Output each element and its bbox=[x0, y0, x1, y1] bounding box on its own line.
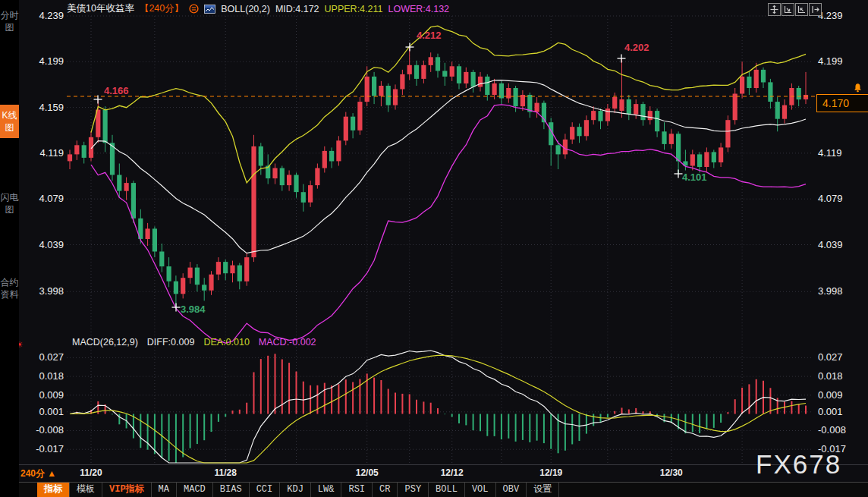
macd-tick-label: 0.018 bbox=[818, 370, 843, 382]
indicator-toolbar: 指标模板VIP指标MAMACDBIASCCIKDJLW&RSICRPSYBOLL… bbox=[19, 482, 868, 497]
price-tick-label: 3.998 bbox=[26, 285, 64, 297]
stream-menu-icon[interactable] bbox=[189, 4, 199, 14]
price-annotation: 4.101 bbox=[682, 171, 707, 183]
macd-legend: MACD(26,12,9) DIFF:0.009 DEA:0.010 MACD:… bbox=[72, 337, 316, 348]
macd-tick-label: -0.017 bbox=[26, 443, 64, 455]
toolbar-button-7[interactable]: CCI bbox=[250, 483, 281, 497]
price-tick-label: 4.039 bbox=[818, 239, 843, 250]
chart-canvas[interactable] bbox=[0, 0, 868, 497]
chart-header: 美债10年收益率 【240分】 BOLL(20,2) MID:4.172 UPP… bbox=[67, 2, 449, 15]
y-scale-icon[interactable] bbox=[795, 3, 808, 16]
date-tick-label: 11/20 bbox=[80, 467, 102, 478]
toolbar-button-1[interactable]: 指标 bbox=[37, 483, 70, 497]
price-annotation: 4.212 bbox=[417, 30, 442, 41]
toolbar-button-14[interactable]: VOL bbox=[465, 483, 496, 497]
current-price-box: 4.170 bbox=[816, 94, 868, 112]
macd-dea-value: DEA:0.010 bbox=[203, 337, 249, 348]
macd-tick-label: 0.001 bbox=[818, 406, 843, 417]
trading-chart-app: 分时图K线图闪电图合约资料 美债10年收益率 【240分】 BOLL(20,2)… bbox=[0, 0, 868, 497]
macd-hist-value: MACD:-0.002 bbox=[259, 337, 316, 348]
toolbar-button-4[interactable]: MA bbox=[152, 483, 177, 497]
toolbar-button-10[interactable]: RSI bbox=[341, 483, 373, 497]
toolbar-button-5[interactable]: MACD bbox=[177, 483, 213, 497]
date-tick-label: 12/30 bbox=[660, 467, 683, 478]
date-tick-label: 12/12 bbox=[441, 467, 464, 478]
toolbar-button-6[interactable]: BIAS bbox=[213, 483, 250, 497]
macd-tick-label: 0.018 bbox=[26, 370, 64, 382]
price-tick-label: 4.239 bbox=[26, 10, 64, 21]
macd-tick-label: 0.027 bbox=[818, 351, 843, 363]
price-alert-bell-icon[interactable] bbox=[853, 82, 863, 96]
macd-tick-label: 0.009 bbox=[26, 389, 64, 401]
sidebar-tab-4[interactable]: 合约资料 bbox=[0, 272, 19, 305]
macd-tick-label: -0.008 bbox=[26, 424, 64, 436]
price-tick-label: 4.159 bbox=[26, 102, 64, 113]
toolbar-button-2[interactable]: 模板 bbox=[70, 483, 102, 497]
toolbar-button-13[interactable]: BOLL bbox=[429, 483, 465, 497]
boll-params-label: BOLL(20,2) bbox=[221, 4, 270, 14]
macd-tick-label: -0.008 bbox=[818, 424, 846, 436]
toolbar-button-9[interactable]: LW& bbox=[311, 483, 342, 497]
price-annotation: 3.984 bbox=[181, 304, 206, 315]
instrument-title: 美债10年收益率 bbox=[67, 2, 134, 15]
macd-diff-value: DIFF:0.009 bbox=[147, 337, 195, 348]
price-tick-label: 4.079 bbox=[26, 193, 64, 204]
sidebar-tab-2[interactable]: K线图 bbox=[0, 105, 19, 138]
timeframe-selector[interactable]: 240分 ▲ bbox=[20, 467, 56, 480]
pan-icon[interactable] bbox=[768, 3, 781, 16]
date-tick-label: 12/19 bbox=[539, 467, 562, 478]
boll-mid-value: MID:4.172 bbox=[275, 4, 319, 14]
toolbar-button-8[interactable]: KDJ bbox=[280, 483, 311, 497]
date-tick-label: 12/05 bbox=[356, 467, 379, 478]
price-tick-label: 4.079 bbox=[818, 193, 843, 204]
macd-tick-label: 0.027 bbox=[26, 351, 64, 363]
price-tick-label: 4.039 bbox=[26, 239, 64, 250]
toolbar-button-16[interactable]: 设置 bbox=[527, 483, 559, 497]
price-tick-label: 4.199 bbox=[818, 55, 843, 67]
x-scale-icon[interactable] bbox=[782, 3, 794, 16]
sidebar-tab-3[interactable]: 闪电图 bbox=[0, 187, 19, 220]
price-annotation: 4.202 bbox=[624, 42, 649, 53]
macd-tick-label: 0.009 bbox=[818, 389, 843, 401]
timeframe-badge[interactable]: 【240分】 bbox=[140, 2, 184, 15]
price-tick-label: 3.998 bbox=[818, 285, 843, 297]
go-to-latest-icon[interactable] bbox=[809, 3, 822, 16]
toolbar-button-3[interactable]: VIP指标 bbox=[102, 483, 152, 497]
sidebar-tab-1[interactable]: 分时图 bbox=[0, 5, 19, 38]
price-annotation: 4.166 bbox=[104, 85, 129, 96]
macd-params-label: MACD(26,12,9) bbox=[72, 337, 138, 348]
x-axis-divider bbox=[0, 464, 868, 465]
price-tick-label: 4.199 bbox=[26, 55, 64, 67]
price-tick-label: 4.119 bbox=[26, 147, 64, 159]
boll-lower-value: LOWER:4.132 bbox=[388, 4, 449, 14]
mini-chart-icon[interactable] bbox=[204, 5, 215, 14]
price-tick-label: 4.119 bbox=[818, 147, 842, 159]
boll-upper-value: UPPER:4.211 bbox=[325, 4, 383, 14]
toolbar-button-15[interactable]: OBV bbox=[496, 483, 527, 497]
toolbar-button-12[interactable]: PSY bbox=[398, 483, 429, 497]
watermark: FX678 bbox=[756, 449, 841, 480]
toolbar-button-11[interactable]: CR bbox=[373, 483, 398, 497]
date-tick-label: 11/28 bbox=[215, 467, 237, 478]
sidebar: 分时图K线图闪电图合约资料 bbox=[0, 0, 19, 497]
macd-tick-label: 0.001 bbox=[26, 406, 64, 417]
